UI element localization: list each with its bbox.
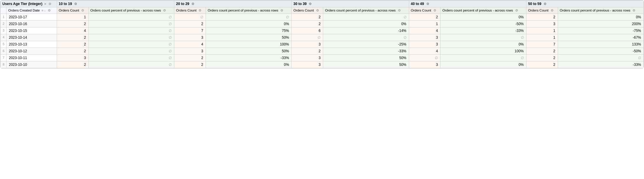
table-row: 12023-10-171∅∅∅2∅20%20% (1, 14, 644, 21)
cell-pct: 0% (440, 41, 526, 48)
col-20-29-pct-gear[interactable]: ⚙ (280, 9, 283, 12)
col-header-10-19-count: Orders Count ⚙ (57, 7, 88, 14)
cell-count: 3 (292, 41, 323, 48)
cell-count: 1 (526, 27, 558, 34)
cell-count: ∅ (174, 14, 206, 21)
cell-count: 7 (174, 27, 206, 34)
col-30-39-count-gear[interactable]: ⚙ (316, 9, 319, 12)
cell-count: 3 (409, 34, 440, 41)
cell-pct: -67% (558, 34, 643, 41)
cell-pct: ∅ (88, 21, 174, 27)
cell-pct: 75% (206, 27, 292, 34)
age-tier-40-49-label: 40 to 49 (411, 2, 424, 6)
cell-count: 3 (174, 34, 206, 41)
date-gear-icon[interactable]: ⚙ (48, 9, 51, 12)
cell-count: 3 (292, 55, 323, 61)
col-40-49-count-gear[interactable]: ⚙ (433, 9, 436, 12)
col-20-29-count-gear[interactable]: ⚙ (199, 9, 201, 12)
age-tier-40-49-gear[interactable]: ⚙ (426, 2, 429, 6)
col-50-59-pct-gear[interactable]: ⚙ (632, 9, 635, 12)
row-number: 7 (1, 55, 6, 61)
cell-count: 4 (174, 41, 206, 48)
age-tier-10-19-gear[interactable]: ⚙ (74, 2, 77, 6)
cell-count: 6 (292, 27, 323, 34)
cell-count: 7 (526, 41, 558, 48)
cell-pct: -50% (558, 48, 643, 55)
col-10-19-pct-gear[interactable]: ⚙ (163, 9, 166, 12)
row-number: 6 (1, 48, 6, 55)
col-header-20-29-count: Orders Count ⚙ (174, 7, 206, 14)
col-header-40-49-pct: Orders count percent of previous - acros… (440, 7, 526, 14)
col-30-39-pct-gear[interactable]: ⚙ (398, 9, 401, 12)
cell-count: 1 (409, 21, 440, 27)
top-left-header: Users Age Tier (Integer) > ⚙ (1, 1, 57, 7)
cell-count: 1 (526, 34, 558, 41)
table-row: 32023-10-154∅775%6-14%4-33%1-75% (1, 27, 644, 34)
cell-count: 2 (57, 61, 88, 68)
age-tier-30-39-gear[interactable]: ⚙ (309, 2, 312, 6)
age-tier-10-19-label: 10 to 19 (59, 2, 72, 6)
cell-count: 2 (526, 61, 558, 68)
cell-pct: 200% (558, 21, 643, 27)
cell-count: 2 (292, 48, 323, 55)
cell-count: 2 (526, 48, 558, 55)
age-tier-50-59-gear[interactable]: ⚙ (544, 2, 547, 6)
cell-count: 4 (409, 48, 440, 55)
cell-count: 3 (526, 21, 558, 27)
date-sort-icon[interactable]: ≡ ↓ (42, 9, 46, 12)
row-num-header (1, 7, 6, 14)
cell-pct: 100% (206, 41, 292, 48)
cell-pct: ∅ (88, 41, 174, 48)
cell-pct: ∅ (323, 34, 409, 41)
cell-pct: 50% (323, 55, 409, 61)
cell-pct: -33% (206, 55, 292, 61)
col-header-20-29-pct: Orders count percent of previous - acros… (206, 7, 292, 14)
chevron-icon[interactable]: > (44, 2, 46, 6)
cell-pct: -25% (323, 41, 409, 48)
age-tier-20-29-gear[interactable]: ⚙ (191, 2, 194, 6)
row-number: 1 (1, 14, 6, 21)
cell-pct: -33% (323, 48, 409, 55)
cell-pct: 50% (206, 48, 292, 55)
cell-pct: ∅ (88, 48, 174, 55)
col-10-19-count-gear[interactable]: ⚙ (81, 9, 84, 12)
cell-pct: 133% (558, 41, 643, 48)
row-date: 2023-10-16 (6, 21, 57, 27)
row-date: 2023-10-12 (6, 48, 57, 55)
age-tier-40-49: 40 to 49 ⚙ (409, 1, 526, 7)
col-header-30-39-count: Orders Count ⚙ (292, 7, 323, 14)
cell-count: 3 (409, 61, 440, 68)
table-row: 82023-10-102∅20%350%30%2-33% (1, 61, 644, 68)
table-row: 42023-10-142∅350%∅∅3∅1-67% (1, 34, 644, 41)
cell-count: 2 (57, 48, 88, 55)
table-row: 72023-10-113∅2-33%350%∅∅2∅ (1, 55, 644, 61)
cell-pct: ∅ (88, 61, 174, 68)
cell-pct: ∅ (88, 34, 174, 41)
cell-pct: ∅ (206, 14, 292, 21)
cell-count: ∅ (409, 55, 440, 61)
cell-pct: ∅ (323, 14, 409, 21)
main-table-container: Users Age Tier (Integer) > ⚙ 10 to 19 ⚙ … (0, 0, 644, 69)
age-tier-20-29-label: 20 to 29 (176, 2, 189, 6)
age-tier-50-59-label: 50 to 59 (528, 2, 541, 6)
cell-pct: -14% (323, 27, 409, 34)
col-50-59-count-gear[interactable]: ⚙ (551, 9, 554, 12)
cell-count: 4 (57, 27, 88, 34)
row-date: 2023-10-15 (6, 27, 57, 34)
row-number: 8 (1, 61, 6, 68)
cell-count: 2 (57, 41, 88, 48)
cell-count: 1 (57, 14, 88, 21)
cell-pct: -50% (440, 21, 526, 27)
cell-count: 2 (174, 55, 206, 61)
row-number: 4 (1, 34, 6, 41)
age-tier-20-29: 20 to 29 ⚙ (174, 1, 292, 7)
cell-pct: 0% (206, 61, 292, 68)
row-number: 5 (1, 41, 6, 48)
cell-count: 2 (57, 34, 88, 41)
cell-pct: -33% (440, 27, 526, 34)
cell-count: 4 (409, 27, 440, 34)
cell-count: 2 (409, 14, 440, 21)
age-tier-30-39-label: 30 to 39 (293, 2, 307, 6)
top-left-gear-icon[interactable]: ⚙ (48, 2, 51, 6)
col-40-49-pct-gear[interactable]: ⚙ (515, 9, 518, 12)
